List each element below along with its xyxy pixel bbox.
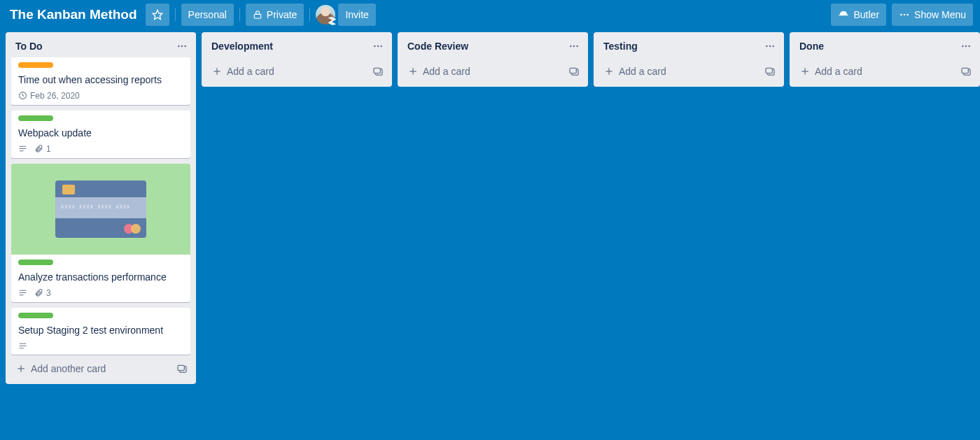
list-menu-button[interactable] [566, 38, 582, 55]
svg-rect-2 [839, 15, 848, 15]
svg-point-8 [184, 45, 186, 48]
add-card-button[interactable]: Add a card [403, 62, 566, 81]
description-badge [18, 144, 27, 153]
svg-point-34 [766, 45, 768, 48]
add-card-label: Add a card [815, 66, 862, 77]
card[interactable]: XXXX XXXX XXXX XXXX Analyze transactions… [11, 164, 190, 302]
svg-point-30 [576, 45, 578, 48]
svg-point-35 [769, 45, 771, 48]
card[interactable]: Time out when accessing reports Feb 26, … [11, 57, 190, 105]
svg-point-5 [906, 14, 909, 16]
workspace-button[interactable]: Personal [181, 3, 234, 26]
board-canvas[interactable]: To Do Time out when accessing reports Fe… [0, 29, 980, 440]
card-label[interactable] [18, 260, 53, 265]
card-label[interactable] [18, 115, 53, 121]
due-date-text: Feb 26, 2020 [30, 91, 80, 101]
list-title[interactable]: Code Review [407, 41, 566, 52]
template-icon [372, 66, 384, 77]
card[interactable]: Webpack update 1 [11, 111, 190, 158]
list-menu-button[interactable] [370, 38, 386, 55]
svg-marker-0 [153, 10, 162, 19]
svg-point-22 [374, 45, 376, 48]
svg-point-40 [962, 45, 964, 48]
svg-point-7 [181, 45, 183, 48]
attachments-count: 1 [46, 144, 51, 154]
divider [239, 8, 240, 21]
add-card-label: Add a card [227, 66, 274, 77]
card-title: Webpack update [18, 127, 183, 140]
board-header: The Kanban Method Personal Private Invit… [0, 0, 980, 29]
list-menu-button[interactable] [174, 38, 190, 55]
attachment-icon [34, 144, 43, 153]
card[interactable]: Setup Staging 2 test environment [11, 308, 190, 355]
description-icon [18, 144, 27, 153]
svg-rect-45 [962, 68, 968, 73]
visibility-label: Private [267, 9, 298, 20]
ellipsis-icon [960, 41, 972, 52]
divider [309, 8, 310, 21]
description-badge [18, 288, 27, 297]
plus-icon [407, 66, 419, 77]
svg-rect-1 [254, 14, 260, 18]
star-icon [152, 9, 163, 20]
description-icon [18, 288, 27, 297]
butler-label: Butler [853, 9, 879, 20]
add-card-button[interactable]: Add a card [795, 62, 958, 81]
list-menu-button[interactable] [958, 38, 974, 55]
list-title[interactable]: Done [799, 41, 958, 52]
star-board-button[interactable] [146, 3, 169, 26]
due-date-badge: Feb 26, 2020 [18, 91, 80, 101]
plus-icon [799, 66, 811, 77]
ellipsis-icon [372, 41, 384, 52]
butler-button[interactable]: Butler [831, 3, 886, 26]
list-to-do: To Do Time out when accessing reports Fe… [6, 32, 196, 384]
add-card-button[interactable]: Add a card [207, 62, 370, 81]
list-menu-button[interactable] [762, 38, 778, 55]
card-list: Time out when accessing reports Feb 26, … [6, 57, 196, 355]
board-title[interactable]: The Kanban Method [7, 4, 140, 25]
plus-icon [211, 66, 223, 77]
card-title: Setup Staging 2 test environment [18, 324, 183, 337]
svg-point-4 [904, 14, 906, 16]
svg-point-41 [965, 45, 967, 48]
card-template-button[interactable] [566, 62, 582, 81]
card-label[interactable] [18, 313, 53, 318]
visibility-button[interactable]: Private [246, 3, 304, 26]
workspace-label: Personal [188, 9, 227, 20]
svg-point-42 [968, 45, 970, 48]
invite-button[interactable]: Invite [338, 3, 375, 26]
template-icon [568, 66, 580, 77]
attachments-badge: 3 [34, 288, 51, 298]
card-title: Time out when accessing reports [18, 73, 183, 87]
plus-icon [15, 363, 27, 374]
invite-label: Invite [345, 9, 368, 20]
list-title[interactable]: Testing [603, 41, 762, 52]
attachment-icon [34, 288, 43, 297]
ellipsis-icon [764, 41, 776, 52]
list-code-review: Code Review Add a card [398, 32, 588, 87]
card-cover: XXXX XXXX XXXX XXXX [11, 164, 190, 255]
show-menu-button[interactable]: Show Menu [892, 3, 973, 26]
list-title[interactable]: Development [211, 41, 370, 52]
card-label[interactable] [18, 62, 53, 68]
attachments-count: 3 [46, 288, 51, 298]
card-title: Analyze transactions performance [18, 271, 183, 284]
list-title[interactable]: To Do [15, 41, 174, 52]
add-card-button[interactable]: Add a card [599, 62, 762, 81]
ellipsis-icon [568, 41, 580, 52]
template-icon [960, 66, 972, 77]
divider [175, 8, 176, 21]
add-another-card-button[interactable]: Add another card [11, 359, 174, 378]
avatar[interactable] [316, 5, 335, 24]
card-template-button[interactable] [370, 62, 386, 81]
svg-point-6 [178, 45, 180, 48]
description-badge [18, 341, 27, 350]
svg-rect-21 [178, 365, 184, 370]
card-template-button[interactable] [762, 62, 778, 81]
credit-card-illustration: XXXX XXXX XXXX XXXX [55, 180, 146, 238]
add-card-label: Add a card [423, 66, 470, 77]
list-done: Done Add a card [790, 32, 980, 87]
card-template-button[interactable] [174, 359, 190, 378]
card-template-button[interactable] [958, 62, 974, 81]
attachments-badge: 1 [34, 144, 51, 154]
